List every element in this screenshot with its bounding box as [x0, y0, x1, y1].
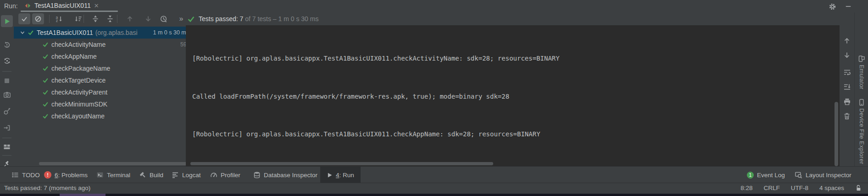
trash-icon — [843, 112, 851, 120]
test-row[interactable]: checkPackageName 145 ms — [14, 62, 186, 74]
chevron-down-icon[interactable] — [20, 30, 25, 35]
readonly-unlock-icon[interactable] — [855, 185, 862, 191]
expand-all-button[interactable] — [89, 13, 101, 24]
gear-icon — [829, 3, 836, 10]
scroll-to-end-button[interactable] — [841, 81, 852, 92]
stop-icon — [4, 78, 10, 84]
show-passed-toggle[interactable] — [18, 13, 30, 24]
event-log-button[interactable]: 1 Event Log — [747, 167, 785, 183]
event-log-badge: 1 — [747, 172, 754, 179]
detach-button[interactable] — [1, 122, 13, 134]
test-row[interactable]: checkLayoutName 100 ms — [14, 110, 186, 122]
print-button[interactable] — [841, 96, 852, 107]
problems-error-icon: ! — [44, 171, 51, 179]
previous-failed-test-button[interactable] — [124, 13, 136, 24]
active-tab-indicator — [21, 11, 118, 12]
console-line: [Robolectric] org.aplas.basicappx.TestA1… — [192, 52, 568, 65]
run-play-icon — [327, 172, 333, 178]
console-vertical-scrollbar[interactable] — [835, 102, 838, 166]
test-passed-icon — [42, 113, 49, 119]
test-row[interactable]: checkMinimumSDK 76 ms — [14, 98, 186, 110]
run-window-left-toolbar — [0, 12, 14, 166]
test-passed-icon — [42, 89, 49, 95]
test-row[interactable]: checkActivityParent 91 ms — [14, 86, 186, 98]
test-method-name: checkActivityName — [51, 41, 106, 48]
status-bar: Tests passed: 7 (moments ago) 8:28 CRLF … — [0, 183, 868, 194]
clear-console-button[interactable] — [841, 111, 852, 122]
down-stack-trace-button[interactable] — [841, 50, 852, 61]
tests-passed-check-icon — [187, 15, 195, 23]
rerun-tests-button[interactable] — [1, 15, 13, 27]
stripe-label: Emulator — [858, 65, 865, 90]
device-icon — [858, 99, 865, 106]
clock-history-icon — [160, 15, 167, 23]
minimize-icon — [845, 3, 851, 10]
tool-window-label: Build — [150, 172, 163, 179]
test-method-name: checkLayoutName — [51, 112, 105, 120]
indent-widget[interactable]: 4 spaces — [819, 185, 844, 191]
test-row[interactable]: checkAppName 171 ms — [14, 50, 186, 62]
chevron-double-right-icon: » — [179, 15, 184, 22]
sort-by-duration-button[interactable] — [72, 13, 84, 24]
test-row[interactable]: checkActivityName 59 s 372 ms — [14, 39, 186, 50]
stripe-button-device-file-explorer[interactable]: Device File Explorer — [855, 99, 868, 164]
soft-wrap-button[interactable] — [841, 67, 852, 78]
test-root-row[interactable]: TestA1BasicUIX011 (org.aplas.basi 1 m 0 … — [14, 27, 186, 39]
tests-passed-count: Tests passed: 7 — [199, 15, 243, 22]
line-separator-widget[interactable]: CRLF — [763, 185, 779, 191]
tool-window-button-run[interactable]: 4: Run — [320, 167, 361, 183]
toolbar-separator — [2, 155, 11, 156]
camera-icon — [3, 91, 11, 99]
up-stack-trace-button[interactable] — [841, 35, 852, 46]
layout-inspector-icon — [795, 171, 802, 179]
play-icon — [4, 18, 11, 25]
taskbar-fragment — [60, 194, 106, 196]
tool-window-button-profiler[interactable]: Profiler — [210, 167, 240, 183]
stripe-button-emulator[interactable]: Emulator — [855, 55, 868, 90]
tool-window-button-build[interactable]: Build — [139, 167, 163, 183]
console-line: [Robolectric] org.aplas.basicappx.TestA1… — [192, 128, 568, 141]
hammer-icon — [139, 171, 146, 179]
stop-button[interactable] — [1, 75, 13, 87]
hide-tool-window-button[interactable] — [842, 1, 854, 12]
tool-window-button-database-inspector[interactable]: Database Inspector — [253, 167, 317, 183]
restore-layout-button[interactable] — [1, 141, 13, 153]
run-configuration-tab[interactable]: TestA1BasicUIX011 ✕ — [21, 0, 103, 11]
encoding-widget[interactable]: UTF-8 — [791, 185, 808, 191]
tool-window-button-todo[interactable]: TODO — [11, 167, 40, 183]
console-horizontal-scrollbar[interactable] — [190, 162, 493, 165]
tests-passed-details: of 7 tests – 1 m 0 s 30 ms — [245, 15, 318, 22]
profiler-gauge-icon — [210, 171, 217, 179]
close-tab-icon[interactable]: ✕ — [94, 2, 99, 9]
tree-horizontal-scrollbar[interactable] — [39, 162, 186, 165]
sort-alphabetically-button[interactable]: az — [53, 13, 65, 24]
tool-window-button-logcat[interactable]: Logcat — [172, 167, 201, 183]
tool-window-button-problems[interactable]: ! 6: Problems — [44, 167, 88, 183]
test-duration: 1 m 0 s 30 ms — [153, 29, 186, 36]
right-tool-window-stripe: Emulator Device File Explorer — [854, 12, 868, 166]
run-configuration-icon — [24, 2, 31, 9]
run-window-title: Run: — [4, 2, 18, 10]
next-failed-test-button[interactable] — [142, 13, 154, 24]
screenshot-button[interactable] — [1, 89, 13, 101]
layout-inspector-button[interactable]: Layout Inspector — [795, 167, 851, 183]
rerun-failed-tests-button[interactable] — [1, 39, 13, 51]
test-history-button[interactable] — [157, 13, 169, 24]
caret-position-widget[interactable]: 8:28 — [740, 185, 752, 191]
tool-window-button-terminal[interactable]: Terminal — [96, 167, 130, 183]
more-toolbar-button[interactable]: » — [175, 13, 187, 24]
settings-button[interactable] — [826, 1, 838, 12]
show-ignored-toggle[interactable] — [32, 13, 44, 24]
toolbar-separator — [49, 15, 50, 23]
test-duration: 59 s 372 ms — [180, 41, 186, 48]
test-passed-icon — [42, 41, 49, 48]
arrow-into-box-icon — [3, 124, 11, 132]
collapse-all-button[interactable] — [104, 13, 116, 24]
tool-window-label: Database Inspector — [264, 172, 317, 179]
toggle-auto-test-button[interactable] — [1, 55, 13, 67]
thread-dump-button[interactable] — [1, 105, 13, 117]
sort-duration-icon — [74, 15, 82, 23]
test-runner-toolbar: az — [14, 12, 840, 25]
tab-title: TestA1BasicUIX011 — [34, 2, 91, 9]
test-row[interactable]: checkTargetDevice 75 ms — [14, 74, 186, 86]
